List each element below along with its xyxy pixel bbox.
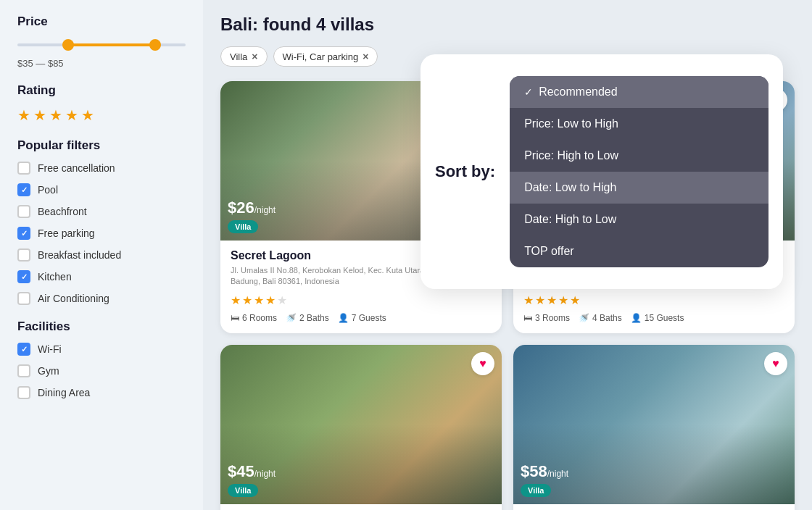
popular-filters-title: Popular filters (17, 138, 186, 153)
star-5[interactable]: ★ (81, 106, 94, 124)
star-4[interactable]: ★ (65, 106, 78, 124)
sort-option-price-high-low-label: Price: High to Low (524, 149, 618, 162)
filter-wifi[interactable]: Wi-Fi (17, 343, 186, 356)
checkbox-gym[interactable] (17, 364, 30, 377)
sort-option-price-low-high[interactable]: Price: Low to High (510, 108, 768, 140)
checkbox-pool[interactable] (17, 183, 30, 196)
sort-option-top-offer-label: TOP offer (524, 245, 573, 258)
star-2[interactable]: ★ (33, 106, 46, 124)
filter-gym-label: Gym (38, 365, 59, 377)
checkbox-breakfast-included[interactable] (17, 248, 30, 262)
price-filter-section: Price $35 — $85 (17, 14, 186, 69)
filter-pool-label: Pool (38, 184, 58, 196)
sort-option-recommended[interactable]: ✓ Recommended (510, 76, 768, 108)
filter-beachfront-label: Beachfront (38, 206, 87, 217)
filter-beachfront[interactable]: Beachfront (17, 205, 186, 218)
star-1[interactable]: ★ (17, 106, 30, 124)
rating-filter-title: Rating (17, 83, 186, 98)
sort-overlay: Sort by: ✓ Recommended Price: Low to Hig… (203, 47, 812, 510)
filter-breakfast-included[interactable]: Breakfast included (17, 248, 186, 262)
filter-gym[interactable]: Gym (17, 364, 186, 377)
filter-kitchen[interactable]: Kitchen (17, 270, 186, 283)
sort-option-date-low-high-label: Date: Low to High (524, 181, 616, 194)
sort-option-date-low-high[interactable]: Date: Low to High (510, 172, 768, 204)
filter-free-cancellation-label: Free cancellation (38, 162, 115, 174)
checkbox-free-parking[interactable] (17, 227, 30, 240)
range-thumb-right[interactable] (149, 39, 161, 51)
sort-option-price-high-low[interactable]: Price: High to Low (510, 140, 768, 172)
filter-dining-area[interactable]: Dining Area (17, 386, 186, 399)
rating-stars-row[interactable]: ★ ★ ★ ★ ★ (17, 106, 186, 124)
range-thumb-left[interactable] (62, 39, 74, 51)
star-3[interactable]: ★ (49, 106, 62, 124)
checkbox-air-conditioning[interactable] (17, 292, 30, 305)
filter-air-conditioning[interactable]: Air Conditioning (17, 292, 186, 305)
sort-option-recommended-label: Recommended (539, 85, 618, 99)
price-range-labels: $35 — $85 (17, 58, 186, 69)
sort-option-top-offer[interactable]: TOP offer (510, 235, 768, 267)
checkbox-dining-area[interactable] (17, 386, 30, 399)
checkbox-kitchen[interactable] (17, 270, 30, 283)
results-title: Bali: found 4 villas (220, 14, 374, 35)
checkbox-beachfront[interactable] (17, 205, 30, 218)
sort-label: Sort by: (435, 162, 495, 181)
filter-air-conditioning-label: Air Conditioning (38, 293, 109, 304)
price-filter-title: Price (17, 14, 186, 29)
filter-free-parking-label: Free parking (38, 227, 95, 239)
sort-option-date-high-low[interactable]: Date: High to Low (510, 204, 768, 235)
price-range-slider[interactable] (17, 38, 186, 52)
rating-filter-section: Rating ★ ★ ★ ★ ★ (17, 83, 186, 124)
sort-option-date-high-low-label: Date: High to Low (524, 213, 616, 226)
filter-pool[interactable]: Pool (17, 183, 186, 196)
filter-wifi-label: Wi-Fi (38, 343, 62, 355)
popular-filters-section: Popular filters Free cancellation Pool B… (17, 138, 186, 305)
filter-breakfast-included-label: Breakfast included (38, 249, 121, 261)
checkbox-free-cancellation[interactable] (17, 162, 30, 175)
filter-free-cancellation[interactable]: Free cancellation (17, 162, 186, 175)
range-fill (68, 43, 156, 46)
checkbox-wifi[interactable] (17, 343, 30, 356)
filter-kitchen-label: Kitchen (38, 271, 72, 283)
facilities-filter-section: Facilities Wi-Fi Gym Dining Area (17, 319, 186, 399)
facilities-title: Facilities (17, 319, 186, 334)
results-header: Bali: found 4 villas (220, 14, 795, 35)
sort-menu: ✓ Recommended Price: Low to High Price: … (510, 76, 768, 267)
sort-check-recommended: ✓ (524, 86, 533, 98)
sort-option-price-low-high-label: Price: Low to High (524, 117, 618, 130)
sidebar: Price $35 — $85 Rating ★ ★ ★ ★ ★ Popular… (0, 0, 203, 510)
filter-dining-area-label: Dining Area (38, 387, 90, 398)
sort-container: Sort by: ✓ Recommended Price: Low to Hig… (420, 54, 783, 289)
filter-free-parking[interactable]: Free parking (17, 227, 186, 240)
